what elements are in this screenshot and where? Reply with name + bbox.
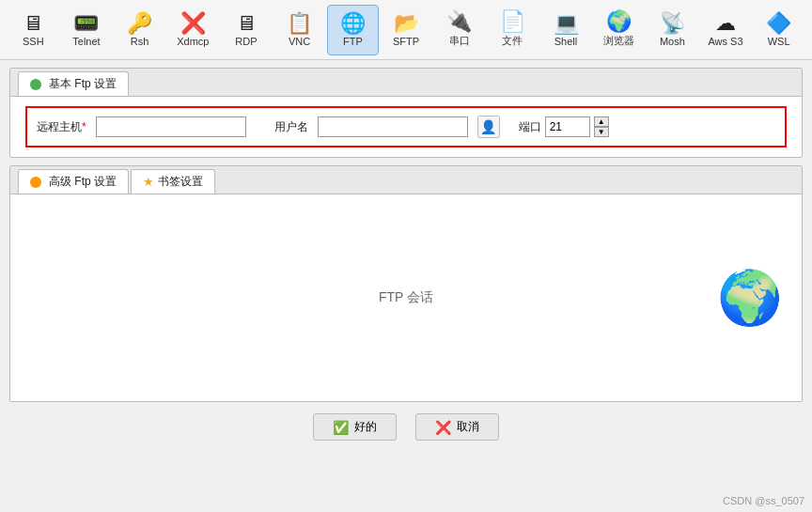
file-label: 文件	[502, 34, 523, 48]
ok-button[interactable]: ✅ 好的	[313, 413, 397, 441]
bottom-buttons: ✅ 好的 ❌ 取消	[9, 402, 803, 452]
basic-form-section: 远程主机* 用户名 👤 端口 21 ▲ ▼	[10, 97, 802, 157]
file-icon: 📄	[500, 11, 525, 32]
main-area: 基本 Ftp 设置 远程主机* 用户名 👤 端口	[0, 60, 812, 459]
toolbar-ftp[interactable]: 🌐 FTP	[327, 5, 379, 55]
rdp-icon: 🖥	[236, 13, 257, 34]
ftp-session-text: FTP 会话	[379, 289, 433, 306]
globe-icon: 🌍	[717, 267, 783, 329]
port-input[interactable]: 21	[545, 116, 590, 137]
ok-icon: ✅	[333, 420, 349, 435]
advanced-tab-label: 高级 Ftp 设置	[49, 174, 117, 190]
xdmcp-label: Xdmcp	[177, 36, 209, 47]
port-spinner-up[interactable]: ▲	[594, 116, 609, 127]
vnc-label: VNC	[289, 36, 310, 47]
advanced-tab-dot	[30, 177, 41, 188]
shell-label: Shell	[554, 36, 577, 47]
awss3-label: Aws S3	[708, 36, 742, 47]
rsh-label: Rsh	[131, 36, 149, 47]
toolbar-telnet[interactable]: 📟 Telnet	[61, 5, 113, 55]
serial-label: 串口	[449, 34, 470, 48]
bottom-panel: 高级 Ftp 设置 ★ 书签设置 FTP 会话 🌍	[9, 165, 803, 402]
bottom-panel-body: FTP 会话 🌍	[10, 194, 802, 401]
tab-bookmark[interactable]: ★ 书签设置	[131, 169, 215, 194]
cancel-button[interactable]: ❌ 取消	[415, 413, 499, 441]
ftp-icon: 🌐	[340, 13, 366, 34]
tab-basic-ftp[interactable]: 基本 Ftp 设置	[18, 71, 129, 96]
browser-icon: 🌍	[606, 11, 632, 32]
port-spinner: ▲ ▼	[594, 116, 609, 137]
toolbar-xdmcp[interactable]: ❌ Xdmcp	[167, 5, 219, 55]
sftp-icon: 📂	[394, 13, 419, 34]
toolbar-ssh[interactable]: 🖥 SSH	[8, 5, 59, 55]
remote-host-label: 远程主机*	[37, 119, 86, 135]
remote-host-input[interactable]	[96, 116, 246, 137]
xdmcp-icon: ❌	[180, 13, 206, 34]
mosh-label: Mosh	[660, 36, 685, 47]
port-spinner-down[interactable]: ▼	[594, 127, 609, 137]
basic-form-row: 远程主机* 用户名 👤 端口 21 ▲ ▼	[25, 106, 787, 147]
rsh-icon: 🔑	[127, 13, 152, 34]
toolbar-rdp[interactable]: 🖥 RDP	[221, 5, 273, 55]
toolbar-wsl[interactable]: 🔷 WSL	[753, 5, 804, 55]
username-input[interactable]	[318, 116, 468, 137]
basic-tab-label: 基本 Ftp 设置	[49, 76, 117, 92]
telnet-label: Telnet	[72, 36, 100, 47]
serial-icon: 🔌	[446, 11, 472, 32]
ftp-label: FTP	[343, 36, 363, 47]
basic-tab-header: 基本 Ftp 设置	[10, 69, 802, 97]
toolbar-rsh[interactable]: 🔑 Rsh	[114, 5, 165, 55]
ssh-label: SSH	[23, 36, 44, 47]
wsl-label: WSL	[768, 36, 790, 47]
toolbar-awss3[interactable]: ☁ Aws S3	[700, 5, 752, 55]
wsl-icon: 🔷	[766, 13, 791, 34]
ok-label: 好的	[354, 419, 377, 435]
ssh-icon: 🖥	[23, 13, 43, 34]
toolbar-mosh[interactable]: 📡 Mosh	[647, 5, 698, 55]
telnet-icon: 📟	[73, 13, 99, 34]
toolbar: 🖥 SSH 📟 Telnet 🔑 Rsh ❌ Xdmcp 🖥 RDP 📋 VNC…	[0, 0, 812, 60]
toolbar-file[interactable]: 📄 文件	[487, 5, 539, 55]
user-avatar-icon: 👤	[480, 119, 496, 134]
bookmark-tab-star: ★	[143, 175, 154, 189]
browser-label: 浏览器	[603, 34, 634, 48]
basic-tab-dot	[30, 79, 41, 90]
awss3-icon: ☁	[715, 13, 736, 34]
watermark: CSDN @ss_0507	[723, 495, 804, 506]
sftp-label: SFTP	[393, 36, 419, 47]
toolbar-shell[interactable]: 💻 Shell	[540, 5, 592, 55]
username-label: 用户名	[274, 119, 308, 135]
tab-advanced-ftp[interactable]: 高级 Ftp 设置	[18, 169, 129, 194]
port-section: 端口 21 ▲ ▼	[519, 116, 609, 137]
mosh-icon: 📡	[660, 13, 685, 34]
toolbar-serial[interactable]: 🔌 串口	[433, 5, 485, 55]
rdp-label: RDP	[235, 36, 257, 47]
toolbar-vnc[interactable]: 📋 VNC	[273, 5, 325, 55]
cancel-icon: ❌	[435, 420, 451, 435]
basic-ftp-panel: 基本 Ftp 设置 远程主机* 用户名 👤 端口	[9, 68, 803, 158]
cancel-label: 取消	[457, 419, 479, 435]
bottom-tab-header: 高级 Ftp 设置 ★ 书签设置	[10, 166, 802, 194]
toolbar-browser[interactable]: 🌍 浏览器	[593, 5, 645, 55]
user-icon-button[interactable]: 👤	[477, 116, 500, 138]
bookmark-tab-label: 书签设置	[158, 174, 203, 190]
port-label: 端口	[519, 119, 541, 135]
toolbar-sftp[interactable]: 📂 SFTP	[381, 5, 432, 55]
shell-icon: 💻	[554, 13, 579, 34]
vnc-icon: 📋	[287, 13, 312, 34]
